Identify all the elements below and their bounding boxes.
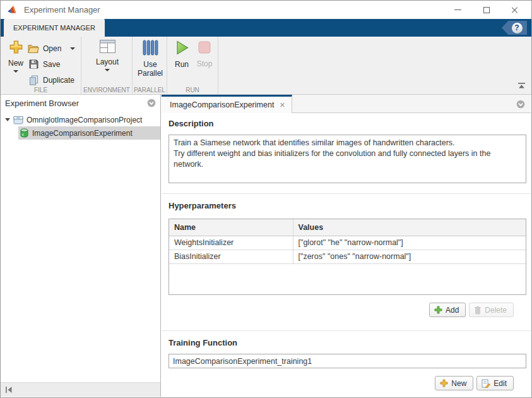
experiment-browser-title: Experiment Browser: [5, 99, 79, 108]
project-icon: [13, 116, 23, 124]
save-icon: [27, 59, 40, 69]
training-function-input[interactable]: [168, 354, 526, 368]
run-button-label: Run: [175, 60, 189, 69]
save-button[interactable]: Save: [27, 56, 75, 72]
hyperparameter-values-cell[interactable]: ["glorot" "he" "narrow-normal"]: [293, 236, 526, 250]
column-header-values: Values: [293, 219, 526, 236]
help-icon: ?: [512, 23, 523, 33]
new-function-button[interactable]: New: [435, 376, 473, 390]
minimize-icon: [454, 9, 461, 10]
delete-trash-icon: [474, 306, 482, 315]
new-function-plus-icon: [440, 379, 448, 387]
new-plus-icon: [9, 40, 23, 57]
tabbar-options-button[interactable]: [516, 100, 525, 111]
experiment-label: ImageComparisonExperiment: [32, 129, 133, 138]
duplicate-icon: [27, 75, 40, 85]
expand-arrow-icon[interactable]: [5, 118, 10, 121]
experiment-browser-header: Experiment Browser: [1, 95, 160, 111]
maximize-icon: [483, 7, 490, 13]
browser-options-button[interactable]: [147, 99, 156, 107]
run-icon: [174, 40, 190, 58]
document-tabbar: ImageComparisonExperiment ×: [162, 95, 531, 113]
parallel-section-label: PARALLEL: [133, 87, 167, 93]
environment-section-label: ENVIRONMENT: [81, 87, 132, 93]
experiment-browser-panel: Experiment Browser OmniglotImageC: [1, 95, 161, 397]
run-section-label: RUN: [167, 87, 218, 93]
maximize-button[interactable]: [472, 1, 500, 19]
document-content: Description Train a Siamese network that…: [162, 113, 531, 397]
edit-icon: [482, 379, 490, 388]
file-button-stack: Open Save: [27, 40, 75, 88]
table-row[interactable]: WeightsInitializer ["glorot" "he" "narro…: [169, 236, 526, 250]
hyperparameter-name-cell[interactable]: WeightsInitializer: [169, 236, 293, 250]
duplicate-button[interactable]: Duplicate: [27, 72, 75, 88]
new-function-label: New: [451, 379, 466, 388]
run-button[interactable]: Run: [172, 40, 191, 69]
tree-item-project[interactable]: OmniglotImageComparisonProject: [1, 113, 160, 126]
description-textarea[interactable]: Train a Siamese network that identifies …: [168, 135, 526, 183]
open-folder-icon: [27, 44, 40, 53]
title-bar: Experiment Manager: [1, 1, 531, 19]
save-button-label: Save: [43, 60, 60, 69]
table-row[interactable]: BiasInitializer ["zeros" "ones" "narrow-…: [169, 250, 526, 263]
delete-hyperparameter-button[interactable]: Delete: [469, 303, 514, 317]
hyperparameters-actions: Add Delete: [168, 303, 526, 317]
window-title: Experiment Manager: [24, 5, 100, 15]
experiment-browser-tree: OmniglotImageComparisonProject ImageComp…: [1, 111, 160, 140]
ribbon-tabstrip: EXPERIMENT MANAGER ?: [1, 19, 531, 37]
training-function-heading: Training Function: [168, 338, 526, 347]
hyperparameter-values-cell[interactable]: ["zeros" "ones" "narrow-normal"]: [293, 250, 526, 263]
layout-icon: [100, 40, 115, 56]
layout-button-label: Layout: [96, 57, 119, 66]
new-button[interactable]: New: [5, 40, 27, 73]
tree-item-experiment[interactable]: ImageComparisonExperiment: [18, 126, 160, 140]
stop-button-label: Stop: [197, 59, 213, 68]
delete-button-label: Delete: [485, 306, 507, 315]
toolstrip-section-environment: Layout ENVIRONMENT: [81, 37, 133, 95]
window-controls: [444, 1, 529, 19]
tab-experiment-manager[interactable]: EXPERIMENT MANAGER: [4, 19, 105, 37]
hyperparameters-table: Name Values WeightsInitializer ["glorot"…: [169, 219, 526, 264]
add-hyperparameter-button[interactable]: Add: [429, 303, 466, 317]
description-heading: Description: [168, 119, 526, 128]
layout-button[interactable]: Layout: [94, 40, 121, 71]
add-plus-icon: [434, 306, 442, 314]
collapse-panel-button[interactable]: [5, 387, 13, 393]
open-button[interactable]: Open: [27, 40, 75, 56]
section-divider: [162, 330, 531, 331]
toolstrip: New Open: [1, 37, 531, 95]
use-parallel-button[interactable]: Use Parallel: [138, 40, 163, 78]
help-button[interactable]: ?: [502, 21, 527, 35]
experiment-icon: [20, 128, 29, 138]
stop-icon: [197, 40, 212, 57]
close-button[interactable]: [500, 1, 529, 19]
open-button-label: Open: [43, 44, 61, 53]
duplicate-button-label: Duplicate: [43, 76, 74, 85]
use-parallel-label: Use Parallel: [138, 60, 163, 78]
toolstrip-section-parallel: Use Parallel PARALLEL: [133, 37, 167, 95]
table-header-row: Name Values: [169, 219, 526, 236]
open-dropdown-icon[interactable]: [70, 47, 75, 50]
minimize-button[interactable]: [444, 1, 472, 19]
document-tab-image-comparison[interactable]: ImageComparisonExperiment ×: [162, 95, 292, 113]
tab-close-icon[interactable]: ×: [280, 100, 285, 109]
use-parallel-icon: [143, 40, 158, 58]
browser-panel-footer: [1, 382, 160, 397]
add-button-label: Add: [446, 306, 459, 315]
toolstrip-section-file: New Open: [1, 37, 81, 95]
chevron-down-icon: [13, 70, 18, 73]
collapse-toolstrip-button[interactable]: [517, 80, 526, 92]
hyperparameters-table-frame: Name Values WeightsInitializer ["glorot"…: [168, 219, 526, 295]
section-divider: [162, 193, 531, 194]
hyperparameter-name-cell[interactable]: BiasInitializer: [169, 250, 293, 263]
column-header-name: Name: [169, 219, 293, 236]
hyperparameters-heading: Hyperparameters: [168, 201, 526, 210]
edit-function-label: Edit: [494, 379, 507, 388]
experiment-manager-window: Experiment Manager EXPERIMENT MANAGER ? …: [0, 0, 532, 398]
matlab-logo-icon: [8, 5, 18, 15]
toolstrip-section-run: Run Stop RUN: [167, 37, 218, 95]
document-tab-label: ImageComparisonExperiment: [170, 100, 274, 109]
edit-function-button[interactable]: Edit: [476, 376, 514, 390]
chevron-down-icon: [105, 69, 110, 71]
stop-button[interactable]: Stop: [194, 40, 215, 68]
